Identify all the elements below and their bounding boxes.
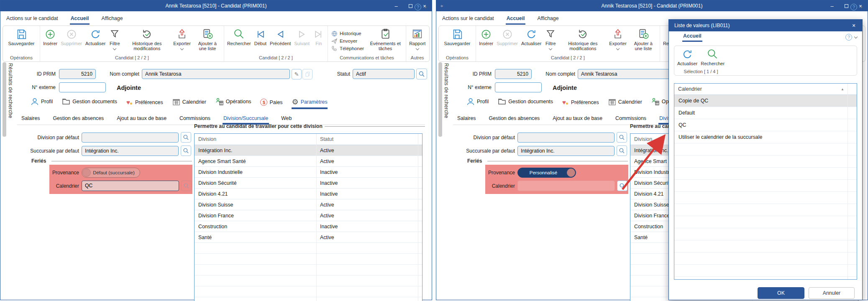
list-item[interactable]: Default — [674, 107, 857, 119]
first-record-button[interactable]: Début — [253, 27, 268, 55]
column-division[interactable]: Division — [195, 134, 316, 145]
dialog-titlebar[interactable]: Liste de valeurs (LIB011) — [669, 20, 862, 31]
subtab-salaires[interactable]: Salaires — [456, 114, 476, 125]
delete-button[interactable]: Supprimer — [59, 27, 84, 55]
provenance-toggle[interactable]: Défaut (succursale) — [82, 168, 140, 178]
maximize-button[interactable] — [403, 0, 417, 11]
statut-lookup-button[interactable] — [416, 69, 427, 79]
subtab-salaires[interactable]: Salaires — [20, 114, 41, 125]
sidebar-scrollbar[interactable] — [3, 62, 6, 137]
subtab-taux-base[interactable]: Ajout au taux de base — [552, 114, 603, 125]
dialog-search-button[interactable]: Rechercher — [699, 47, 726, 69]
filter-dropdown-icon[interactable] — [113, 47, 116, 50]
division-defaut-field[interactable] — [517, 133, 615, 143]
table-row[interactable]: ConstructionInactive — [195, 221, 422, 232]
search-button[interactable]: Rechercher — [225, 27, 253, 55]
list-item[interactable]: Copie de QC — [674, 95, 857, 107]
menu-affichage[interactable]: Affichage — [100, 15, 123, 25]
export-button[interactable]: Exporter — [607, 27, 628, 55]
division-lookup-button[interactable] — [181, 132, 191, 143]
insert-button[interactable]: Insérer — [477, 27, 495, 55]
list-item[interactable]: QC — [674, 119, 857, 131]
add-to-list-button[interactable]: Ajouter à une liste — [628, 27, 658, 55]
sidebar-scrollbar[interactable] — [438, 62, 442, 137]
maximize-button[interactable] — [839, 0, 853, 11]
succursale-defaut-field[interactable]: Intégration Inc. — [82, 146, 179, 156]
minimize-button[interactable]: – — [389, 0, 403, 11]
save-button[interactable]: Sauvegarder — [440, 27, 474, 55]
history-mods-button[interactable]: Historique des modifications — [558, 27, 607, 55]
titlebar[interactable]: ÷ Annik Testarosa [5210] - Candidat (PRI… — [436, 0, 868, 11]
calendrier-lookup-button[interactable] — [617, 181, 627, 191]
filter-dropdown-icon[interactable] — [549, 47, 552, 50]
table-row[interactable]: Agence Smart SantéActive — [195, 156, 422, 167]
filter-button[interactable]: Filtre — [107, 27, 122, 55]
dialog-tab-accueil[interactable]: Accueil — [682, 33, 702, 42]
menu-actions-candidat[interactable]: Actions sur le candidat — [441, 15, 495, 25]
save-button[interactable]: Sauvegarder — [4, 27, 38, 55]
copy-name-button[interactable] — [302, 69, 312, 79]
export-dropdown-icon[interactable] — [180, 47, 184, 50]
dialog-close-button[interactable]: × — [847, 20, 860, 31]
division-defaut-field[interactable] — [82, 133, 179, 143]
menu-actions-candidat[interactable]: Actions sur le candidat — [5, 15, 59, 25]
history-mods-button[interactable]: Historique des modifications — [122, 27, 172, 55]
dialog-chevron-down-icon[interactable] — [854, 35, 858, 38]
sidebar-results-tab[interactable]: Résultats de recherche — [443, 63, 449, 118]
comm-history-button[interactable]: Historique — [331, 31, 364, 37]
delete-button[interactable]: Supprimer — [495, 27, 520, 55]
next-record-button[interactable]: Suivant — [292, 27, 311, 55]
sort-ascending-icon[interactable]: ▲ — [841, 84, 844, 95]
sidebar-results-tab[interactable]: Résultats de recherche — [8, 63, 13, 118]
num-externe-field[interactable] — [59, 82, 106, 92]
previous-record-button[interactable]: Précédent — [268, 27, 292, 55]
tab-profil[interactable]: Profil — [31, 97, 53, 109]
last-record-button[interactable]: Fin — [311, 27, 326, 55]
report-dropdown-icon[interactable] — [415, 47, 419, 50]
list-header-calendrier[interactable]: Calendrier▲ — [674, 84, 857, 95]
tab-profil[interactable]: Profil — [466, 97, 489, 109]
table-header[interactable]: DivisionStatut — [195, 134, 422, 145]
calendrier-field[interactable]: QC — [82, 181, 179, 191]
subtab-absences[interactable]: Gestion des absences — [488, 114, 540, 125]
table-row[interactable]: SantéActive — [195, 232, 422, 243]
calendrier-lookup-button[interactable] — [181, 181, 192, 191]
table-row[interactable]: Division 4.21Inactive — [195, 189, 422, 199]
filter-button[interactable]: Filtre — [543, 27, 558, 55]
table-row[interactable]: Division FranceActive — [195, 210, 422, 221]
tab-operations[interactable]: Opérations — [215, 97, 251, 109]
tab-paies[interactable]: $Paies — [260, 99, 282, 109]
provenance-toggle[interactable]: Personnalisé — [517, 168, 576, 178]
calendrier-field[interactable] — [517, 181, 615, 191]
subtab-taux-base[interactable]: Ajout au taux de base — [116, 114, 167, 125]
dialog-refresh-button[interactable]: Actualiser — [676, 47, 699, 69]
succursale-lookup-button[interactable] — [617, 145, 627, 156]
tab-preferences[interactable]: ♥★Préférences — [126, 99, 163, 109]
refresh-button[interactable]: Actualiser — [84, 27, 107, 55]
send-button[interactable]: Envoyer — [331, 38, 364, 44]
num-externe-field[interactable] — [495, 82, 542, 92]
refresh-button[interactable]: Actualiser — [520, 27, 543, 55]
column-statut[interactable]: Statut — [316, 134, 422, 145]
add-to-list-button[interactable]: Ajouter à une liste — [192, 27, 223, 55]
insert-button[interactable]: Insérer — [41, 27, 59, 55]
table-row[interactable]: Intégration Inc.Active — [195, 145, 422, 156]
tab-calendrier[interactable]: Calendrier — [172, 98, 206, 109]
list-item[interactable]: Utiliser le calendrier de la succursale — [674, 131, 857, 143]
table-row[interactable]: Division SécuritéInactive — [195, 178, 422, 189]
table-row[interactable]: Division IndustrielleInactive — [195, 167, 422, 178]
tab-preferences[interactable]: ♥★Préférences — [562, 99, 599, 109]
dialog-help-icon[interactable]: ? — [845, 34, 852, 41]
phone-button[interactable]: Téléphoner — [331, 46, 364, 52]
export-button[interactable]: Exporter — [172, 27, 192, 55]
table-row[interactable]: Division SuisseActive — [195, 199, 422, 210]
close-button[interactable]: × — [853, 0, 868, 11]
export-dropdown-icon[interactable] — [616, 47, 620, 50]
succursale-defaut-field[interactable]: Intégration Inc. — [517, 146, 615, 156]
titlebar[interactable]: Annik Testarosa [5210] - Candidat (PRIM0… — [0, 0, 432, 11]
events-tasks-button[interactable]: Événements et tâches — [366, 27, 405, 55]
minimize-button[interactable]: – — [825, 0, 839, 11]
succursale-lookup-button[interactable] — [181, 145, 191, 156]
tab-parametres[interactable]: ⚙Paramètres — [292, 98, 327, 109]
menu-accueil[interactable]: Accueil — [506, 15, 526, 25]
